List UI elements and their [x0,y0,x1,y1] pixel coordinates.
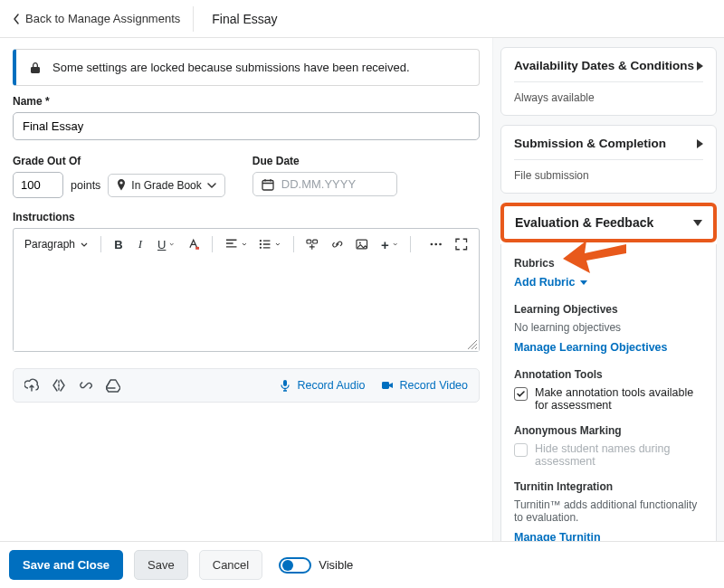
resize-handle-icon[interactable] [468,340,477,349]
more-actions-button[interactable] [425,234,446,254]
chevron-down-icon [275,242,281,246]
quicklink-icon[interactable] [52,378,66,393]
chevron-down-icon [580,280,587,285]
svg-point-2 [260,240,262,242]
record-video-label: Record Video [399,379,468,392]
availability-subtitle: Always available [514,91,703,104]
due-placeholder: DD.MM.YYYY [281,177,356,191]
notice-text: Some settings are locked because submiss… [52,61,410,74]
bold-button[interactable]: B [110,234,127,254]
svg-rect-13 [382,382,389,389]
rich-text-editor: Paragraph B I U + [13,228,480,352]
annotation-checkbox-label: Make annotation tools available for asse… [535,386,703,412]
svg-rect-5 [307,240,311,243]
anonymous-marking-label: Anonymous Marking [514,424,703,437]
chevron-down-icon [242,242,247,246]
manage-learning-objectives-link[interactable]: Manage Learning Objectives [514,341,668,354]
chevron-down-icon [693,220,702,226]
chevron-left-icon [13,14,20,24]
evaluation-panel-body: Rubrics Add Rubric Learning Objectives N… [500,244,717,541]
due-date-input[interactable]: DD.MM.YYYY [252,172,397,196]
submission-title: Submission & Completion [514,137,666,150]
chevron-right-icon [697,62,703,71]
learning-objectives-label: Learning Objectives [514,303,703,316]
underline-button[interactable]: U [154,234,178,254]
microphone-icon [279,379,291,392]
manage-turnitin-link[interactable]: Manage Turnitin [514,531,601,541]
grade-unit: points [71,179,100,192]
svg-point-9 [431,243,433,246]
list-button[interactable] [255,234,283,254]
record-audio-button[interactable]: Record Audio [279,379,365,392]
locked-notice: Some settings are locked because submiss… [13,49,480,86]
evaluation-feedback-header[interactable]: Evaluation & Feedback [500,203,717,242]
drive-icon[interactable] [106,378,120,393]
turnitin-label: Turnitin Integration [514,480,703,493]
add-rubric-label: Add Rubric [514,276,575,289]
grade-label: Grade Out Of [13,155,225,167]
check-icon [516,389,526,399]
footer-bar: Save and Close Save Cancel Visible [0,541,724,588]
align-button[interactable] [222,234,250,254]
paragraph-style-label: Paragraph [24,238,75,251]
back-to-manage-link[interactable]: Back to Manage Assignments [13,6,194,32]
name-label: Name * [13,95,480,108]
svg-rect-6 [313,240,318,243]
cancel-button[interactable]: Cancel [199,550,262,580]
text-color-button[interactable] [184,234,204,254]
calendar-icon [262,178,274,191]
save-and-close-button[interactable]: Save and Close [9,550,123,580]
submission-subtitle: File submission [514,169,703,182]
editor-textarea[interactable] [14,261,479,351]
toolbar-separator [212,236,213,252]
name-input[interactable] [13,112,480,140]
due-label: Due Date [252,155,397,167]
instructions-label: Instructions [13,211,480,223]
chevron-down-icon [393,242,397,246]
submission-panel[interactable]: Submission & Completion File submission [500,125,717,194]
page-header: Back to Manage Assignments Final Essay [0,0,724,38]
add-rubric-button[interactable]: Add Rubric [514,276,587,289]
grade-points-input[interactable] [13,172,63,198]
evaluation-title: Evaluation & Feedback [515,215,653,230]
grade-book-dropdown[interactable]: In Grade Book [108,174,224,197]
record-audio-label: Record Audio [297,379,365,392]
italic-button[interactable]: I [132,234,148,254]
visibility-toggle[interactable]: Visible [279,557,353,574]
svg-rect-12 [283,380,287,386]
paragraph-style-dropdown[interactable]: Paragraph [21,236,91,252]
svg-rect-1 [195,247,199,250]
annotation-tools-label: Annotation Tools [514,368,703,381]
editor-toolbar: Paragraph B I U + [14,229,479,261]
fullscreen-button[interactable] [452,234,472,254]
link-icon[interactable] [79,378,93,393]
body: Some settings are locked because submiss… [0,38,724,541]
insert-link-button[interactable] [328,234,348,254]
availability-panel[interactable]: Availability Dates & Conditions Always a… [500,47,717,116]
record-video-button[interactable]: Record Video [381,379,468,392]
insert-stuff-button[interactable] [302,234,322,254]
svg-rect-0 [262,180,273,190]
insert-image-button[interactable] [352,234,372,254]
toolbar-separator [293,236,294,252]
rubrics-label: Rubrics [514,257,703,270]
save-button[interactable]: Save [134,550,188,580]
toolbar-separator [410,236,411,252]
annotation-checkbox-row[interactable]: Make annotation tools available for asse… [514,386,703,412]
visibility-label: Visible [319,558,353,572]
availability-title: Availability Dates & Conditions [514,59,694,72]
grade-chip-label: In Grade Book [131,179,201,192]
chevron-down-icon [207,183,216,188]
chevron-down-icon [169,242,174,246]
chevron-down-icon [81,242,88,247]
insert-more-button[interactable]: + [377,234,401,254]
page-title: Final Essay [194,12,277,26]
lock-icon [29,62,42,74]
main-column: Some settings are locked because submiss… [0,38,492,541]
upload-icon[interactable] [24,378,39,393]
annotation-checkbox[interactable] [514,387,528,401]
svg-point-11 [439,243,442,246]
toggle-thumb [282,560,293,571]
svg-point-4 [260,247,262,249]
anonymous-checkbox-row: Hide student names during assessment [514,442,703,468]
